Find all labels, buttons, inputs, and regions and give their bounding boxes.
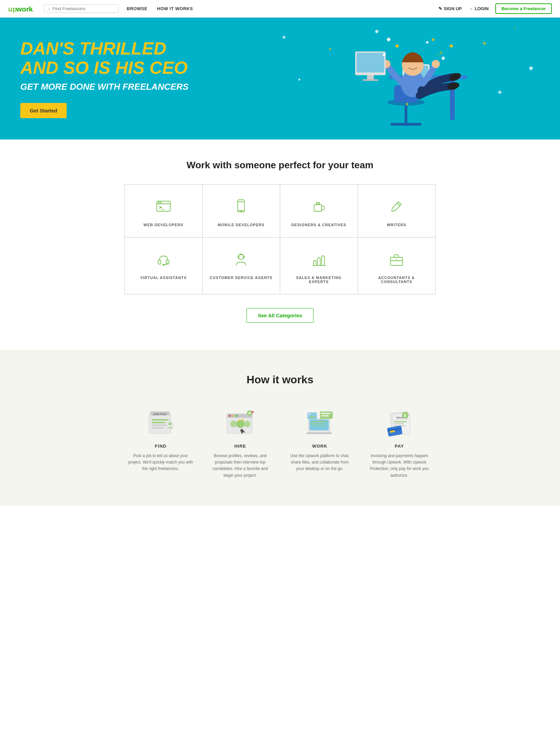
svg-point-27 xyxy=(441,57,445,60)
find-desc: Post a job to tell us about your project… xyxy=(128,453,194,472)
svg-text:work: work xyxy=(16,5,33,13)
svg-rect-52 xyxy=(318,258,320,265)
customer-service-agents-label: CUSTOMER SERVICE AGENTS xyxy=(210,276,273,280)
hire-title: HIRE xyxy=(234,443,246,449)
svg-rect-38 xyxy=(314,204,322,211)
hero-text: DAN'S THRILLED AND SO IS HIS CEO GET MOR… xyxy=(20,39,188,118)
categories-title: Work with someone perfect for your team xyxy=(14,160,546,171)
svg-rect-64 xyxy=(152,427,163,429)
how-pay: INVOICE $ PAY Invoicing and payments hap… xyxy=(366,406,432,479)
svg-text:$: $ xyxy=(404,413,406,418)
svg-text:★: ★ xyxy=(241,418,244,421)
logo[interactable]: up work xyxy=(8,4,39,14)
svg-text:★: ★ xyxy=(238,418,241,422)
svg-rect-62 xyxy=(152,422,165,423)
customer-service-agents-icon xyxy=(233,251,249,270)
svg-point-47 xyxy=(163,264,164,265)
svg-rect-97 xyxy=(394,421,407,422)
category-virtual-assistants[interactable]: VIRTUAL ASSISTANTS xyxy=(125,237,202,294)
category-accountants-consultants[interactable]: ACCOUNTANTS & CONSULTANTS xyxy=(358,237,436,294)
get-started-button[interactable]: Get Started xyxy=(20,103,67,118)
signup-button[interactable]: ✎ SIGN UP xyxy=(438,6,462,11)
category-writers[interactable]: WRITERS xyxy=(358,184,436,237)
search-box[interactable]: ⌕ xyxy=(44,4,119,13)
search-input[interactable] xyxy=(53,6,115,11)
search-icon: ⌕ xyxy=(48,6,51,11)
svg-point-72 xyxy=(230,420,237,427)
sales-marketing-experts-label: SALES & MARKETING EXPERTS xyxy=(287,276,351,284)
svg-rect-24 xyxy=(387,38,391,42)
category-web-developers[interactable]: >_ WEB DEVELOPERS xyxy=(125,184,202,237)
sales-marketing-experts-icon xyxy=(311,251,327,270)
how-it-works-grid: JOB POST FIND Post a job to tell us abou… xyxy=(128,406,432,479)
hero-headline: DAN'S THRILLED AND SO IS HIS CEO xyxy=(20,39,188,78)
accountants-consultants-icon xyxy=(388,251,405,270)
accountants-consultants-label: ACCOUNTANTS & CONSULTANTS xyxy=(365,276,428,284)
svg-point-92 xyxy=(308,413,310,415)
find-title: FIND xyxy=(155,443,166,449)
work-desc: Use the Upwork platform to chat, share f… xyxy=(287,453,353,472)
virtual-assistants-label: VIRTUAL ASSISTANTS xyxy=(140,276,186,280)
navbar: up work ⌕ BROWSE HOW IT WORKS ✎ SIGN UP … xyxy=(0,0,560,18)
writers-icon xyxy=(388,198,405,217)
svg-rect-90 xyxy=(321,415,328,416)
svg-rect-21 xyxy=(396,44,399,48)
svg-rect-53 xyxy=(322,256,324,265)
nav-browse[interactable]: BROWSE xyxy=(127,6,147,11)
svg-point-31 xyxy=(158,202,159,203)
virtual-assistants-icon xyxy=(155,251,172,270)
hero-section: DAN'S THRILLED AND SO IS HIS CEO GET MOR… xyxy=(0,18,560,139)
nav-right: ✎ SIGN UP → LOGIN Become a Freelancer xyxy=(438,3,552,14)
svg-point-70 xyxy=(232,415,234,417)
login-button[interactable]: → LOGIN xyxy=(468,6,488,11)
svg-point-28 xyxy=(432,38,434,41)
svg-rect-23 xyxy=(439,51,442,54)
web-developers-icon: >_ xyxy=(155,198,172,217)
svg-point-32 xyxy=(160,202,161,203)
login-icon: → xyxy=(468,6,473,11)
svg-rect-22 xyxy=(426,41,428,44)
category-customer-service-agents[interactable]: CUSTOMER SERVICE AGENTS xyxy=(202,237,280,294)
svg-rect-89 xyxy=(321,413,331,414)
svg-point-71 xyxy=(236,415,238,417)
svg-rect-20 xyxy=(363,79,378,81)
nav-how-it-works[interactable]: HOW IT WORKS xyxy=(157,6,193,11)
hire-desc: Browse profiles, reviews, and proposals … xyxy=(207,453,273,479)
svg-rect-87 xyxy=(311,425,326,426)
pay-title: PAY xyxy=(395,443,404,449)
categories-grid: >_ WEB DEVELOPERS MOBILE DEVELOPERS xyxy=(124,184,436,295)
see-all-categories-button[interactable]: See All Categories xyxy=(246,308,313,323)
svg-rect-85 xyxy=(311,421,327,422)
svg-rect-18 xyxy=(357,53,384,73)
svg-text:up: up xyxy=(8,5,17,13)
pay-desc: Invoicing and payments happen through Up… xyxy=(366,453,432,479)
svg-rect-63 xyxy=(152,425,167,426)
svg-rect-45 xyxy=(158,260,161,264)
svg-point-66 xyxy=(168,422,171,425)
categories-section: Work with someone perfect for your team … xyxy=(0,139,560,350)
pay-icon: INVOICE $ xyxy=(381,406,418,437)
svg-text:JOB POST: JOB POST xyxy=(153,413,167,416)
mobile-developers-icon xyxy=(233,198,249,217)
category-sales-marketing-experts[interactable]: SALES & MARKETING EXPERTS xyxy=(280,237,358,294)
hero-person-illustration xyxy=(335,24,477,133)
designers-creatives-label: DESIGNERS & CREATIVES xyxy=(292,223,346,227)
work-title: WORK xyxy=(312,443,327,449)
svg-rect-25 xyxy=(449,44,453,48)
nav-links: BROWSE HOW IT WORKS xyxy=(127,6,438,11)
category-designers-creatives[interactable]: DESIGNERS & CREATIVES xyxy=(280,184,358,237)
hero-image xyxy=(252,18,560,139)
how-hire: ★ ★ HIRE Browse profiles, reviews, and p… xyxy=(207,406,273,479)
category-mobile-developers[interactable]: MOBILE DEVELOPERS xyxy=(202,184,280,237)
svg-rect-61 xyxy=(152,419,168,420)
mobile-developers-label: MOBILE DEVELOPERS xyxy=(218,223,264,227)
web-developers-label: WEB DEVELOPERS xyxy=(143,223,183,227)
how-work: WORK Use the Upwork platform to chat, sh… xyxy=(287,406,353,479)
hire-icon: ★ ★ xyxy=(222,406,259,437)
work-icon xyxy=(301,406,339,437)
svg-point-37 xyxy=(241,211,242,212)
svg-rect-86 xyxy=(311,423,324,424)
svg-rect-91 xyxy=(307,412,317,419)
become-freelancer-button[interactable]: Become a Freelancer xyxy=(495,3,552,14)
signup-icon: ✎ xyxy=(438,6,442,11)
